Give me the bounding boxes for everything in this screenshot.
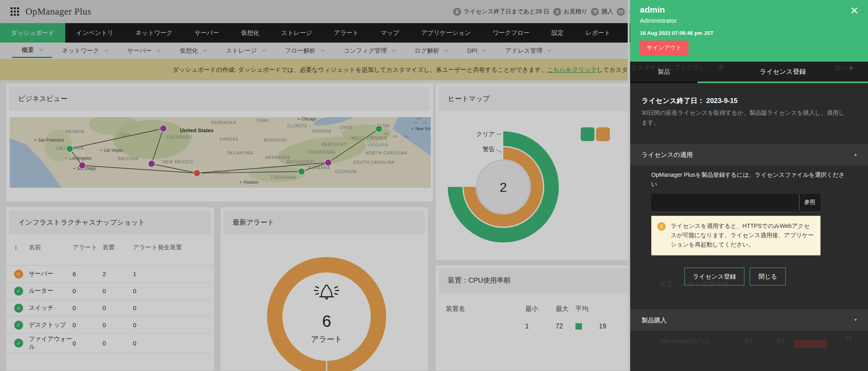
- tab-license-registration[interactable]: ライセンス登録: [697, 62, 868, 83]
- https-info-box: i ライセンスを適用すると、HTTPSでのみWebアクセスが可能になります。ライ…: [651, 216, 821, 255]
- close-panel-button[interactable]: 閉じる: [750, 268, 786, 285]
- login-timestamp: 16 Aug 2023 07:06:46 pm JST: [640, 30, 714, 36]
- file-path-field[interactable]: [652, 194, 799, 210]
- close-icon[interactable]: ×: [850, 3, 858, 17]
- register-license-button[interactable]: ライセンス登録: [684, 268, 744, 285]
- section-apply-license[interactable]: ライセンスの適用 ▲: [630, 144, 868, 165]
- collapse-arrow-icon: ▲: [854, 144, 857, 165]
- license-file-prompt: OpManager Plusを製品登録するには、ライセンスファイルを選択ください: [651, 170, 846, 189]
- ghost-row-bar: [794, 340, 827, 348]
- license-file-input[interactable]: 参照: [651, 194, 821, 211]
- user-role: Administrator: [640, 17, 677, 24]
- browse-button[interactable]: 参照: [799, 194, 820, 210]
- ghost-row-avg: 94: [845, 335, 852, 343]
- section-purchase-product[interactable]: 製品購入 ▼: [630, 309, 868, 331]
- tab-product[interactable]: 製品: [630, 62, 697, 83]
- panel-header: admin Administrator 16 Aug 2023 07:06:46…: [630, 0, 868, 62]
- user-license-panel: admin Administrator 16 Aug 2023 07:06:46…: [630, 0, 868, 371]
- panel-tabs: 製品 ライセンス登録 カスタマイズしてください ⊗ 次へ ▶: [630, 62, 868, 83]
- panel-body: ライセンス終了日： 2023-9-15 30日間の延長ライセンスを取得するか、製…: [630, 83, 868, 371]
- section-title: ライセンスの適用: [641, 151, 693, 158]
- expand-arrow-icon: ▼: [854, 309, 857, 331]
- ghost-row-min: 94: [745, 338, 752, 345]
- signout-button[interactable]: サインアウト: [640, 41, 688, 55]
- info-text: ライセンスを適用すると、HTTPSでのみWebアクセスが可能になります。ライセン…: [671, 221, 815, 250]
- info-icon: i: [657, 222, 666, 231]
- license-expiry-desc: 30日間の延長ライセンスを取得するか、製品版ライセンスを購入し、適用します。: [641, 108, 846, 128]
- license-expiry-title: ライセンス終了日： 2023-9-15: [641, 96, 738, 105]
- username: admin: [640, 5, 665, 15]
- section-title: 製品購入: [641, 317, 667, 324]
- ghost-row-name: Win-kmku3gr7sib: [660, 338, 710, 345]
- ghost-row-max: 94: [777, 338, 784, 345]
